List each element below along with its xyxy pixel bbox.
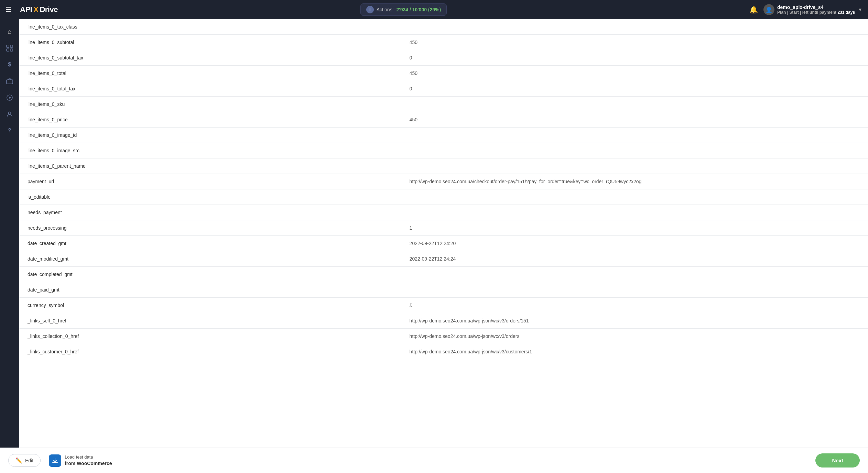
layout: ⌂ $ ? line_items_0_tax_classline_items_0… (0, 19, 868, 448)
load-icon (49, 454, 61, 467)
edit-icon: ✏️ (15, 457, 22, 464)
row-key: needs_payment (19, 205, 401, 220)
row-key: line_items_0_price (19, 112, 401, 128)
sidebar-item-help[interactable]: ? (3, 124, 17, 138)
table-row: date_completed_gmt (19, 267, 868, 282)
table-row: line_items_0_total450 (19, 66, 868, 81)
table-row: line_items_0_subtotal_tax0 (19, 50, 868, 66)
row-value (401, 282, 868, 298)
row-value: http://wp-demo.seo24.com.ua/wp-json/wc/v… (401, 329, 868, 344)
svg-rect-2 (7, 49, 9, 51)
topnav-right: 🔔 👤 demo_apix-drive_s4 Plan | Start | le… (749, 4, 862, 15)
svg-point-7 (9, 112, 11, 114)
load-data-button[interactable]: Load test data from WooCommerce (49, 454, 112, 467)
svg-rect-0 (7, 45, 9, 47)
table-row: line_items_0_parent_name (19, 158, 868, 174)
sidebar-item-briefcase[interactable] (3, 74, 17, 88)
row-value: 2022-09-22T12:24:20 (401, 236, 868, 251)
edit-label: Edit (25, 458, 33, 463)
row-key: line_items_0_tax_class (19, 19, 401, 35)
logo-drive: Drive (40, 5, 58, 14)
row-value: 450 (401, 66, 868, 81)
sidebar-item-home[interactable]: ⌂ (3, 25, 17, 38)
row-key: date_paid_gmt (19, 282, 401, 298)
table-row: line_items_0_image_id (19, 128, 868, 143)
info-icon: i (366, 6, 374, 13)
row-key: line_items_0_subtotal_tax (19, 50, 401, 66)
edit-button[interactable]: ✏️ Edit (8, 454, 41, 467)
row-key: line_items_0_image_id (19, 128, 401, 143)
table-row: _links_self_0_hrefhttp://wp-demo.seo24.c… (19, 313, 868, 329)
row-value: 0 (401, 81, 868, 97)
row-value (401, 97, 868, 112)
table-row: line_items_0_subtotal450 (19, 35, 868, 50)
logo-api: API (20, 5, 32, 14)
footer-bar: ✏️ Edit Load test data from WooCommerce … (0, 448, 868, 473)
table-row: line_items_0_total_tax0 (19, 81, 868, 97)
topnav: ☰ APIXDrive i Actions: 2'934 / 10'000 (2… (0, 0, 868, 19)
user-plan: Plan | Start | left until payment 231 da… (777, 10, 855, 15)
chevron-down-icon: ▼ (858, 7, 862, 12)
load-line1: Load test data (65, 454, 112, 460)
row-value: 450 (401, 112, 868, 128)
sidebar-item-profile[interactable] (3, 107, 17, 121)
load-line2: from WooCommerce (65, 460, 112, 467)
user-info: demo_apix-drive_s4 Plan | Start | left u… (777, 4, 855, 15)
logo-x: X (33, 5, 38, 14)
row-value (401, 267, 868, 282)
main-content: line_items_0_tax_classline_items_0_subto… (19, 19, 868, 448)
footer-left: ✏️ Edit Load test data from WooCommerce (8, 454, 112, 467)
row-key: payment_url (19, 174, 401, 189)
table-row: _links_collection_0_hrefhttp://wp-demo.s… (19, 329, 868, 344)
row-value (401, 19, 868, 35)
row-key: line_items_0_sku (19, 97, 401, 112)
topnav-center: i Actions: 2'934 / 10'000 (29%) (63, 3, 744, 16)
user-section[interactable]: 👤 demo_apix-drive_s4 Plan | Start | left… (763, 4, 862, 15)
row-value (401, 143, 868, 158)
logo: APIXDrive (20, 5, 58, 14)
user-name: demo_apix-drive_s4 (777, 4, 855, 10)
table-row: date_created_gmt2022-09-22T12:24:20 (19, 236, 868, 251)
row-value: 2022-09-22T12:24:24 (401, 251, 868, 267)
row-key: needs_processing (19, 220, 401, 236)
table-row: _links_customer_0_hrefhttp://wp-demo.seo… (19, 344, 868, 360)
sidebar-item-play[interactable] (3, 91, 17, 104)
row-key: date_completed_gmt (19, 267, 401, 282)
row-key: is_editable (19, 189, 401, 205)
row-key: line_items_0_image_src (19, 143, 401, 158)
sidebar: ⌂ $ ? (0, 19, 19, 448)
row-value: 0 (401, 50, 868, 66)
row-value (401, 128, 868, 143)
table-row: payment_urlhttp://wp-demo.seo24.com.ua/c… (19, 174, 868, 189)
next-button[interactable]: Next (815, 453, 860, 468)
avatar: 👤 (763, 4, 774, 15)
row-value (401, 205, 868, 220)
row-key: _links_collection_0_href (19, 329, 401, 344)
row-key: _links_self_0_href (19, 313, 401, 329)
row-key: line_items_0_subtotal (19, 35, 401, 50)
row-key: line_items_0_parent_name (19, 158, 401, 174)
row-key: line_items_0_total_tax (19, 81, 401, 97)
data-table: line_items_0_tax_classline_items_0_subto… (19, 19, 868, 359)
sidebar-item-flows[interactable] (3, 41, 17, 55)
svg-rect-4 (7, 80, 13, 84)
menu-icon[interactable]: ☰ (6, 6, 12, 14)
sidebar-item-billing[interactable]: $ (3, 58, 17, 72)
table-row: currency_symbol£ (19, 298, 868, 313)
actions-label: Actions: (377, 7, 394, 12)
row-key: date_created_gmt (19, 236, 401, 251)
actions-badge: i Actions: 2'934 / 10'000 (29%) (360, 3, 447, 16)
load-text: Load test data from WooCommerce (65, 454, 112, 467)
table-row: line_items_0_image_src (19, 143, 868, 158)
table-row: date_modified_gmt2022-09-22T12:24:24 (19, 251, 868, 267)
row-value: £ (401, 298, 868, 313)
row-key: date_modified_gmt (19, 251, 401, 267)
bell-icon[interactable]: 🔔 (749, 6, 758, 14)
row-value: http://wp-demo.seo24.com.ua/checkout/ord… (401, 174, 868, 189)
row-value: 450 (401, 35, 868, 50)
table-row: line_items_0_sku (19, 97, 868, 112)
table-row: line_items_0_tax_class (19, 19, 868, 35)
row-value: http://wp-demo.seo24.com.ua/wp-json/wc/v… (401, 313, 868, 329)
row-key: line_items_0_total (19, 66, 401, 81)
row-value: 1 (401, 220, 868, 236)
